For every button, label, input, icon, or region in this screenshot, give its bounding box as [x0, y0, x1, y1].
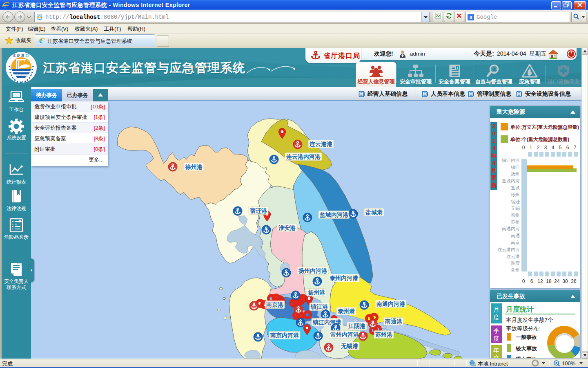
svg-text:宿迁港: 宿迁港	[249, 207, 267, 214]
svg-text:泰州: 泰州	[511, 213, 520, 218]
svg-text:南京: 南京	[511, 240, 520, 245]
svg-text:徐州港: 徐州港	[185, 164, 203, 170]
svg-text:宿迁: 宿迁	[511, 199, 520, 204]
svg-text:苏州港: 苏州港	[375, 331, 393, 338]
svg-text:南通内河: 南通内河	[502, 226, 520, 231]
svg-text:连云港内河: 连云港内河	[497, 247, 520, 252]
svg-text:无锡: 无锡	[511, 206, 520, 211]
svg-text:24: 24	[554, 278, 560, 284]
svg-text:2: 2	[537, 145, 540, 150]
svg-text:镇江内河: 镇江内河	[502, 158, 520, 163]
svg-text:徐州: 徐州	[511, 192, 520, 197]
svg-text:1: 1	[530, 145, 532, 150]
svg-text:12: 12	[537, 278, 543, 284]
svg-text:盐城内河: 盐城内河	[502, 178, 520, 183]
svg-text:18: 18	[546, 278, 552, 284]
svg-text:一般事故: 一般事故	[516, 334, 537, 340]
svg-text:镇江: 镇江	[511, 165, 520, 170]
svg-text:7: 7	[574, 145, 577, 150]
svg-text:泰州港: 泰州港	[337, 308, 355, 314]
svg-text:苏州: 苏州	[511, 220, 520, 224]
svg-text:8: 8	[470, 15, 472, 20]
svg-text:连云港: 连云港	[506, 254, 520, 259]
svg-text:6: 6	[530, 278, 533, 284]
svg-text:南通内河港: 南通内河港	[376, 301, 405, 307]
svg-text:较大事故: 较大事故	[515, 346, 537, 352]
svg-text:南通港: 南通港	[385, 318, 403, 325]
svg-text:3: 3	[544, 145, 547, 150]
svg-text:南京内河港: 南京内河港	[270, 332, 299, 339]
svg-text:连云港内河港: 连云港内河港	[286, 153, 321, 160]
svg-text:连云港港: 连云港港	[309, 141, 333, 147]
svg-text:扬州内河港: 扬州内河港	[298, 267, 327, 274]
svg-text:常州内河港: 常州内河港	[330, 331, 359, 338]
svg-text:6: 6	[566, 145, 569, 150]
svg-text:淮安: 淮安	[510, 260, 520, 265]
svg-text:扬州: 扬州	[510, 171, 520, 176]
svg-text:0: 0	[522, 278, 525, 284]
svg-text:0: 0	[522, 145, 525, 150]
svg-text:江阴港: 江阴港	[348, 323, 366, 329]
svg-text:4: 4	[552, 145, 555, 150]
svg-text:30: 30	[562, 278, 568, 284]
svg-text:盐城港: 盐城港	[365, 209, 383, 215]
svg-text:盐城: 盐城	[511, 185, 520, 190]
svg-text:36: 36	[571, 278, 577, 284]
svg-text:江苏港口: 江苏港口	[12, 54, 30, 57]
svg-text:南京港: 南京港	[266, 301, 284, 308]
svg-text:常州: 常州	[511, 267, 520, 272]
svg-text:无锡港: 无锡港	[341, 343, 359, 349]
svg-text:南通: 南通	[511, 233, 520, 238]
svg-text:泰州内河港: 泰州内河港	[329, 275, 359, 281]
svg-text:镇江港: 镇江港	[310, 303, 328, 310]
svg-text:盐城内河港: 盐城内河港	[319, 211, 349, 218]
svg-text:扬州港: 扬州港	[307, 289, 325, 296]
svg-text:淮安港: 淮安港	[278, 224, 296, 231]
svg-text:5: 5	[559, 145, 562, 150]
